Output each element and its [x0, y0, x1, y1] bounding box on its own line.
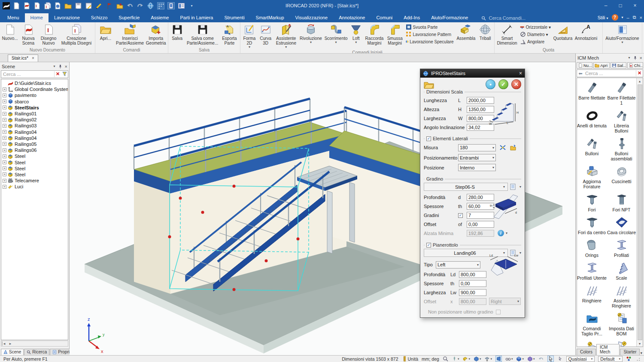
offset-input[interactable]: 0,00	[467, 221, 494, 228]
apply-button[interactable]: •	[486, 79, 495, 89]
assembla-button[interactable]: Assembla	[455, 23, 477, 41]
catalog-item[interactable]: Cuscinetti	[607, 165, 636, 189]
catalog-tab[interactable]: ICM Mech	[596, 344, 620, 355]
sketch-pencil-icon[interactable]	[95, 2, 103, 9]
catalog-toolbar-button[interactable]: Apri	[593, 62, 609, 69]
catalog-tab[interactable]: Starter	[620, 349, 640, 355]
pin-icon[interactable]	[633, 56, 637, 60]
tree-item[interactable]: + Steel	[1, 172, 68, 178]
catalog-item[interactable]: Fori NPT	[607, 193, 636, 212]
undo-icon[interactable]	[126, 2, 134, 9]
open-icon[interactable]	[64, 2, 72, 9]
ribbon-tab[interactable]: Schizzo	[85, 13, 113, 22]
cancel-button[interactable]: ✕	[511, 79, 521, 89]
tree-item[interactable]: + D:\Guide\Stair.ics	[1, 80, 68, 86]
angolare-button[interactable]: Angolare	[520, 39, 551, 45]
catalog-tab[interactable]: Colors	[577, 349, 596, 355]
catalog-item[interactable]: Ringhiere	[577, 284, 607, 308]
tree-expander-icon[interactable]: +	[3, 185, 6, 189]
scroll-up-icon[interactable]: ▴	[639, 78, 641, 84]
pianerottolo-checkbox[interactable]: ✓	[426, 243, 431, 247]
dialog-close-icon[interactable]: ×	[519, 70, 522, 76]
tree-expander-icon[interactable]: +	[3, 179, 6, 183]
landing-spessore-input[interactable]: 0,00	[459, 280, 486, 287]
forma-2d-button[interactable]: Forma 2D▾	[241, 23, 258, 50]
ribbon-tab[interactable]: Visualizzazione	[290, 13, 334, 22]
importa-geometria-button[interactable]: Importa Geometria	[145, 23, 167, 46]
inserisci-parte-button[interactable]: Inserisci Parte/Assieme	[115, 23, 145, 46]
tree-expander-icon[interactable]: +	[3, 118, 6, 122]
ribbon-tab[interactable]: Menu	[2, 13, 25, 22]
catalog-menu-icon[interactable]: ▾	[629, 56, 630, 60]
tree-item[interactable]: + pavimento	[1, 92, 68, 98]
aiuto-formazione-button[interactable]: Aiuto/Formazione▾	[604, 23, 641, 45]
solid-mode-icon[interactable]: ▾	[474, 356, 481, 362]
posizione-select[interactable]: Interno▾	[458, 164, 496, 171]
orizzontale-button[interactable]: Orizzontale▾	[520, 24, 551, 30]
help-icon[interactable]: ?	[612, 14, 618, 21]
new-document-icon[interactable]	[13, 2, 20, 9]
elementi-laterali-checkbox[interactable]: ✓	[426, 136, 431, 141]
quotatura-button[interactable]: Quotatura	[552, 23, 574, 41]
load-profile-icon[interactable]	[510, 144, 516, 151]
tree-item[interactable]: + Railings01	[1, 111, 68, 117]
tree-expander-icon[interactable]: +	[3, 87, 6, 91]
apri-button[interactable]: Apri...	[96, 23, 115, 41]
ribbon-tab[interactable]: Superficie	[113, 13, 145, 22]
new-drawing-multi-icon[interactable]: I	[44, 2, 51, 9]
catalog-toolbar-button[interactable]: Chi...	[627, 62, 643, 69]
lavorazione-speculare-button[interactable]: Lavorazione Speculare	[406, 39, 454, 45]
tree-expander-icon[interactable]: +	[3, 100, 6, 103]
panel-tab[interactable]: Ricerca	[24, 349, 49, 355]
tree-item[interactable]: + Railings06	[1, 147, 68, 153]
tree-expander-icon[interactable]: +	[3, 124, 6, 128]
panel-tab[interactable]: Scene	[1, 349, 24, 355]
tree-item[interactable]: + Global Coordinate System	[1, 86, 68, 92]
select-cursor-small-icon[interactable]	[557, 356, 563, 362]
loft-button[interactable]: Loft▾	[349, 23, 363, 45]
salva-button[interactable]: Salva	[169, 23, 185, 41]
edit-profile-icon[interactable]	[499, 144, 507, 151]
ribbon-tab[interactable]: Lavorazione	[49, 13, 85, 22]
tree-expander-icon[interactable]: +	[3, 106, 6, 109]
gradini-checkbox[interactable]: ✓	[458, 213, 463, 218]
catalog-item[interactable]: Libreria Bulloni	[607, 109, 636, 133]
diametro-button[interactable]: Diametro▾	[520, 31, 551, 37]
undo-view-icon[interactable]	[538, 356, 544, 362]
posizionamento-select[interactable]: Entrambi▾	[458, 154, 496, 161]
info-dropdown-icon[interactable]: ▾	[506, 231, 507, 235]
help-dropdown-icon[interactable]: ▾	[622, 15, 623, 19]
ribbon-tab[interactable]: Strumenti	[219, 13, 250, 22]
save-as-icon[interactable]	[85, 2, 92, 9]
tree-item[interactable]: + sbarco	[1, 99, 68, 105]
swatch-icon[interactable]	[626, 356, 632, 362]
catalog-toolbar-button[interactable]: Sal...	[611, 62, 626, 69]
info-icon[interactable]: i	[498, 230, 504, 236]
maximize-button[interactable]: □	[614, 3, 627, 9]
tree-item[interactable]: + Railings05	[1, 141, 68, 147]
catalog-item[interactable]: Profilati	[607, 239, 636, 258]
smart-dimension-button[interactable]: Smart Dimension	[495, 23, 519, 46]
scene-search[interactable]: Cerca ... ✕	[1, 70, 68, 78]
export-icon[interactable]	[116, 2, 123, 9]
new-scene-icon[interactable]	[23, 2, 30, 9]
stili-dropdown[interactable]: Stili ▾	[598, 15, 608, 20]
catalog-item[interactable]: Fori da centro	[577, 216, 607, 235]
tree-item[interactable]: + Steel	[1, 159, 68, 165]
catalog-item[interactable]: Comandi Taglio Pr...	[577, 312, 607, 336]
landing-profondita-input[interactable]: 800,00	[459, 271, 486, 278]
tree-expander-icon[interactable]: +	[3, 160, 6, 164]
assistente-estrusione-button[interactable]: Assistente Estrusione▾	[274, 23, 299, 50]
tipo-select[interactable]: Left▾	[436, 261, 480, 268]
annotazioni-button[interactable]: AAnnotazioni	[574, 23, 598, 41]
catalog-item[interactable]: Scale	[607, 262, 636, 281]
redo-icon[interactable]	[137, 2, 144, 9]
catalog-item[interactable]: Imposta Dati BOM	[607, 312, 636, 336]
catalog-close-icon[interactable]: ×	[640, 55, 642, 60]
ribbon-tab[interactable]: Assieme	[145, 13, 174, 22]
svuota-parte-button[interactable]: Svuota Parte	[406, 24, 454, 30]
triball-button[interactable]: Triball	[477, 23, 493, 41]
catalog-item[interactable]: Aggiorna Forature	[577, 165, 607, 189]
dialog-title-bar[interactable]: IPROSteelStairs ×	[420, 69, 525, 78]
ribbon-tab[interactable]: Add-Ins	[398, 13, 425, 22]
